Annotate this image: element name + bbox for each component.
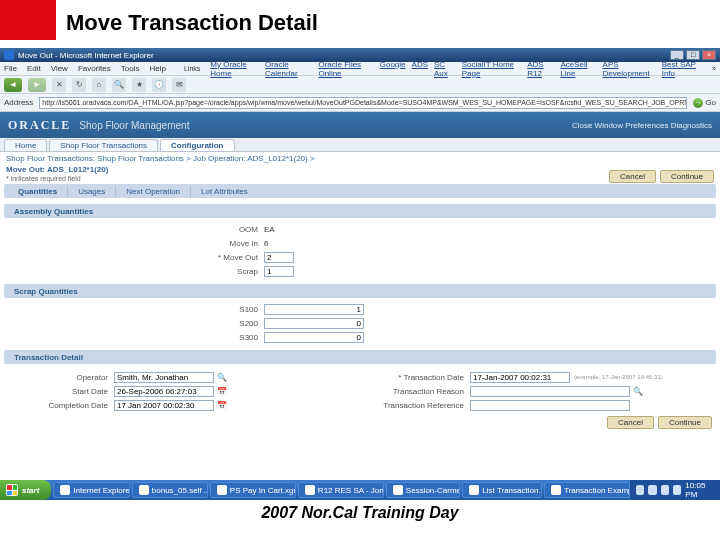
address-bar[interactable]: http://ls5001.oradvaca.com/OA_HTML/OA.js… [39, 97, 687, 109]
minimize-button[interactable]: _ [670, 50, 684, 60]
stop-icon[interactable]: ✕ [52, 78, 66, 92]
start-button[interactable]: start [0, 480, 51, 500]
search-icon[interactable]: 🔍 [112, 78, 126, 92]
subtab-usages[interactable]: Usages [68, 186, 116, 197]
link-item[interactable]: My Oracle Home [210, 60, 259, 78]
address-text: http://ls5001.oradvaca.com/OA_HTML/OA.js… [42, 99, 687, 106]
oracle-header-links[interactable]: Close Window Preferences Diagnostics [572, 121, 712, 130]
taskbar-item[interactable]: List Transaction... [462, 482, 542, 498]
favorites-icon[interactable]: ★ [132, 78, 146, 92]
taskbar-item[interactable]: R12 RES SA - Jon... [298, 482, 384, 498]
menu-tools[interactable]: Tools [121, 64, 140, 73]
link-item[interactable]: ADS R12 [527, 60, 554, 78]
s100-label: S100 [4, 305, 264, 314]
breadcrumb[interactable]: Shop Floor Transactions: Shop Floor Tran… [0, 152, 720, 165]
oracle-subtitle: Shop Floor Management [79, 120, 189, 131]
menu-view[interactable]: View [51, 64, 68, 73]
txn-date-input[interactable] [470, 372, 570, 383]
maximize-button[interactable]: □ [686, 50, 700, 60]
windows-logo-icon [6, 484, 18, 496]
tab-configuration[interactable]: Configuration [160, 139, 234, 151]
continue-button[interactable]: Continue [660, 170, 714, 183]
subtab-quantities[interactable]: Quantities [8, 186, 68, 197]
subtab-next-operation[interactable]: Next Operation [116, 186, 191, 197]
s100-input[interactable] [264, 304, 364, 315]
moveout-label: * Move Out [4, 253, 264, 262]
taskbar-item[interactable]: Internet Explorer [53, 482, 129, 498]
continue-button-bottom[interactable]: Continue [658, 416, 712, 429]
taskbar-item[interactable]: PS Pay In Cart.xgmt [210, 482, 296, 498]
forward-button[interactable]: ► [28, 78, 46, 92]
link-item[interactable]: SocialIT Home Page [462, 60, 522, 78]
txn-reason-input[interactable] [470, 386, 630, 397]
links-bar: My Oracle Home Oracle Calendar Oracle Fi… [210, 60, 702, 78]
s200-label: S200 [4, 319, 264, 328]
ie-icon [4, 50, 14, 60]
links-overflow-icon[interactable]: » [712, 65, 716, 72]
brand-square [0, 0, 56, 40]
completion-date-label: Completion Date [4, 401, 114, 410]
taskbar: start Internet Explorer bonus_05.self ..… [0, 480, 720, 500]
tab-shop-floor[interactable]: Shop Floor Transactions [49, 139, 158, 151]
tray-icon[interactable] [636, 485, 644, 495]
oracle-banner: ORACLE Shop Floor Management Close Windo… [0, 112, 720, 138]
movein-label: Move In [4, 239, 264, 248]
subtab-lot-attributes[interactable]: Lot Attributes [191, 186, 258, 197]
s200-input[interactable] [264, 318, 364, 329]
detail-form: Operator 🔍 Start Date 📅 Completion Date … [0, 368, 720, 414]
s300-input[interactable] [264, 332, 364, 343]
close-button[interactable]: × [702, 50, 716, 60]
link-item[interactable]: SC Aux [434, 60, 456, 78]
calendar-icon[interactable]: 📅 [216, 386, 227, 397]
section-assembly: Assembly Quantities [4, 204, 716, 218]
link-item[interactable]: AceSell Line [560, 60, 596, 78]
menu-help[interactable]: Help [149, 64, 165, 73]
slide-header: Move Transaction Detail [0, 0, 720, 48]
movein-value: 6 [264, 239, 268, 248]
lookup-icon[interactable]: 🔍 [632, 386, 643, 397]
operator-input[interactable] [114, 372, 214, 383]
tab-home[interactable]: Home [4, 139, 47, 151]
tray-icon[interactable] [661, 485, 669, 495]
link-item[interactable]: APS Development [603, 60, 656, 78]
scrap-form: S100 S200 S300 [0, 302, 720, 344]
menu-edit[interactable]: Edit [27, 64, 41, 73]
menu-file[interactable]: File [4, 64, 17, 73]
calendar-icon[interactable]: 📅 [216, 400, 227, 411]
back-button[interactable]: ◄ [4, 78, 22, 92]
go-icon: → [693, 98, 703, 108]
link-item[interactable]: ADS [412, 60, 428, 78]
mail-icon[interactable]: ✉ [172, 78, 186, 92]
history-icon[interactable]: 🕓 [152, 78, 166, 92]
refresh-icon[interactable]: ↻ [72, 78, 86, 92]
completion-date-input[interactable] [114, 400, 214, 411]
slide-title: Move Transaction Detail [66, 10, 318, 36]
start-date-input[interactable] [114, 386, 214, 397]
slide-footer: 2007 Nor.Cal Training Day [0, 504, 720, 522]
app-icon [469, 485, 479, 495]
txn-reference-input[interactable] [470, 400, 630, 411]
go-button[interactable]: → Go [693, 98, 716, 108]
system-tray[interactable]: 10:05 PM [630, 480, 720, 500]
link-item[interactable]: Google [380, 60, 406, 78]
link-item[interactable]: Oracle Files Online [318, 60, 373, 78]
app-icon [139, 485, 149, 495]
taskbar-item[interactable]: bonus_05.self ... [132, 482, 208, 498]
menu-favorites[interactable]: Favorites [78, 64, 111, 73]
lookup-icon[interactable]: 🔍 [216, 372, 227, 383]
taskbar-item[interactable]: Transaction Example [544, 482, 630, 498]
top-buttons: Cancel Continue [609, 170, 714, 183]
cancel-button-bottom[interactable]: Cancel [607, 416, 654, 429]
moveout-input[interactable] [264, 252, 294, 263]
app-icon [217, 485, 227, 495]
start-date-label: Start Date [4, 387, 114, 396]
taskbar-item[interactable]: Session-Carmel [386, 482, 461, 498]
link-item[interactable]: Oracle Calendar [265, 60, 312, 78]
start-label: start [22, 486, 39, 495]
cancel-button[interactable]: Cancel [609, 170, 656, 183]
tray-icon[interactable] [648, 485, 656, 495]
home-icon[interactable]: ⌂ [92, 78, 106, 92]
link-item[interactable]: Best SAP Info [662, 60, 702, 78]
scrap-input[interactable] [264, 266, 294, 277]
tray-icon[interactable] [673, 485, 681, 495]
